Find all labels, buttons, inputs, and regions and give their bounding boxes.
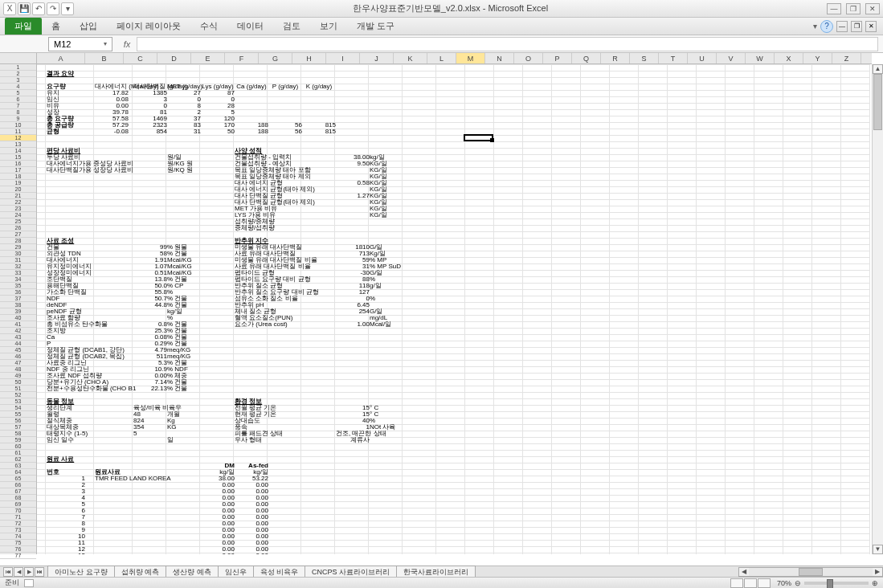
col-header-L[interactable]: L [427, 53, 456, 63]
col-header-X[interactable]: X [775, 53, 803, 63]
row-header-11[interactable]: 11 [0, 129, 36, 135]
row-header-37[interactable]: 37 [0, 296, 36, 302]
row-header-12[interactable]: 12 [0, 135, 36, 141]
row-header-10[interactable]: 10 [0, 122, 36, 129]
col-header-J[interactable]: J [360, 53, 394, 63]
row-header-27[interactable]: 27 [0, 231, 36, 238]
row-header-64[interactable]: 64 [0, 469, 36, 476]
select-all-corner[interactable] [0, 53, 37, 64]
min-ribbon-icon[interactable]: — [836, 21, 848, 32]
save-icon[interactable]: 💾 [18, 2, 31, 15]
hscroll-thumb[interactable] [799, 568, 823, 576]
col-header-G[interactable]: G [259, 53, 292, 63]
col-header-E[interactable]: E [191, 53, 225, 63]
formula-input[interactable] [137, 37, 878, 51]
col-header-S[interactable]: S [630, 53, 659, 63]
row-headers[interactable]: 1234567891011121314151617181920212223242… [0, 64, 37, 554]
row-header-69[interactable]: 69 [0, 501, 36, 508]
sheet-nav-last-icon[interactable]: ⏭ [35, 567, 44, 577]
row-header-31[interactable]: 31 [0, 257, 36, 263]
zoom-slider[interactable] [804, 582, 869, 585]
row-header-9[interactable]: 9 [0, 116, 36, 122]
sheet-nav-first-icon[interactable]: ⏮ [3, 567, 13, 577]
row-header-3[interactable]: 3 [0, 77, 36, 84]
row-header-35[interactable]: 35 [0, 283, 36, 289]
row-header-51[interactable]: 51 [0, 386, 36, 392]
col-header-H[interactable]: H [292, 53, 326, 63]
row-header-39[interactable]: 39 [0, 308, 36, 315]
col-header-K[interactable]: K [394, 53, 427, 63]
row-header-76[interactable]: 76 [0, 546, 36, 553]
row-header-15[interactable]: 15 [0, 154, 36, 161]
col-header-V[interactable]: V [717, 53, 746, 63]
tab-data[interactable]: 데이터 [227, 18, 273, 35]
col-header-Z[interactable]: Z [832, 53, 861, 63]
row-header-5[interactable]: 5 [0, 90, 36, 96]
row-header-6[interactable]: 6 [0, 96, 36, 103]
active-cell[interactable] [464, 134, 493, 141]
zoom-value[interactable]: 70% [777, 579, 791, 587]
row-header-23[interactable]: 23 [0, 206, 36, 212]
restore-button[interactable]: ❐ [846, 3, 861, 14]
row-header-17[interactable]: 17 [0, 167, 36, 174]
col-header-O[interactable]: O [514, 53, 543, 63]
sheet-nav-next-icon[interactable]: ▶ [24, 567, 34, 577]
col-header-M[interactable]: M [456, 53, 485, 63]
row-header-41[interactable]: 41 [0, 321, 36, 328]
close-doc-icon[interactable]: ✕ [865, 21, 877, 32]
tab-view[interactable]: 보기 [310, 18, 347, 35]
view-pagebreak-icon[interactable] [758, 578, 771, 588]
hscroll-right-icon[interactable]: ▶ [873, 568, 882, 575]
row-header-60[interactable]: 60 [0, 443, 36, 450]
vertical-scrollbar[interactable]: ▲ ▼ [872, 64, 883, 554]
column-headers[interactable]: ABCDEFGHIJKLMNOPQRSTUVWXYZ [37, 53, 872, 64]
row-header-45[interactable]: 45 [0, 347, 36, 353]
row-header-74[interactable]: 74 [0, 533, 36, 540]
row-header-40[interactable]: 40 [0, 315, 36, 321]
row-header-46[interactable]: 46 [0, 353, 36, 360]
hscroll-track[interactable] [749, 568, 873, 576]
row-header-25[interactable]: 25 [0, 218, 36, 225]
row-header-49[interactable]: 49 [0, 373, 36, 379]
row-header-68[interactable]: 68 [0, 495, 36, 501]
row-header-75[interactable]: 75 [0, 540, 36, 546]
col-header-C[interactable]: C [124, 53, 157, 63]
row-header-32[interactable]: 32 [0, 263, 36, 270]
col-header-R[interactable]: R [601, 53, 630, 63]
minimize-button[interactable]: — [827, 3, 841, 14]
col-header-U[interactable]: U [688, 53, 717, 63]
row-header-13[interactable]: 13 [0, 141, 36, 148]
col-header-W[interactable]: W [746, 53, 775, 63]
row-header-53[interactable]: 53 [0, 398, 36, 405]
row-header-44[interactable]: 44 [0, 341, 36, 347]
scroll-down-icon[interactable]: ▼ [873, 545, 883, 554]
col-header-P[interactable]: P [543, 53, 572, 63]
col-header-Y[interactable]: Y [803, 53, 832, 63]
row-header-2[interactable]: 2 [0, 71, 36, 77]
row-header-14[interactable]: 14 [0, 148, 36, 154]
row-header-30[interactable]: 30 [0, 251, 36, 257]
zoom-out-icon[interactable]: ⊖ [795, 579, 801, 587]
row-header-4[interactable]: 4 [0, 84, 36, 90]
undo-icon[interactable]: ↶ [32, 2, 45, 15]
col-header-F[interactable]: F [225, 53, 259, 63]
row-header-7[interactable]: 7 [0, 103, 36, 109]
col-header-Q[interactable]: Q [572, 53, 601, 63]
help-menu-icon[interactable]: ❐ [851, 21, 862, 32]
close-button[interactable]: ✕ [865, 3, 880, 14]
row-header-36[interactable]: 36 [0, 289, 36, 296]
col-header-D[interactable]: D [157, 53, 191, 63]
row-header-20[interactable]: 20 [0, 186, 36, 193]
row-header-34[interactable]: 34 [0, 276, 36, 283]
name-box[interactable]: M12 ▾ [48, 37, 112, 51]
help-icon[interactable]: ? [820, 20, 833, 33]
row-header-47[interactable]: 47 [0, 360, 36, 366]
row-header-52[interactable]: 52 [0, 392, 36, 398]
tab-pagelayout[interactable]: 페이지 레이아웃 [107, 18, 190, 35]
row-header-19[interactable]: 19 [0, 180, 36, 186]
tab-developer[interactable]: 개발 도구 [347, 18, 404, 35]
row-header-43[interactable]: 43 [0, 334, 36, 341]
row-header-63[interactable]: 63 [0, 463, 36, 469]
row-header-28[interactable]: 28 [0, 238, 36, 244]
row-header-38[interactable]: 38 [0, 302, 36, 308]
